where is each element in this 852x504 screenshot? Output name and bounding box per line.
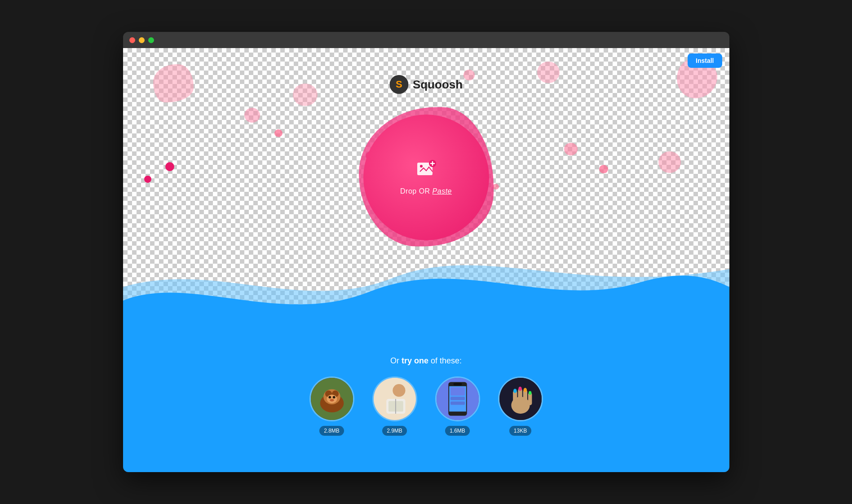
decorative-blob [153,64,194,102]
sample-image-hand [498,376,543,421]
decorative-blob [165,162,174,171]
svg-rect-27 [450,401,465,405]
svg-point-17 [393,384,405,397]
sample-images-list: 2.8MB [309,376,543,436]
minimize-button[interactable] [139,37,145,43]
phone-image [437,378,479,420]
sample-size-person: 2.9MB [382,426,407,436]
svg-rect-25 [450,387,465,395]
traffic-lights [129,37,154,43]
red-panda-image [311,378,353,420]
logo-icon: S [389,75,408,94]
app-content: Install S Squoosh [123,48,729,472]
svg-text:S: S [396,79,402,90]
sample-image-person [372,376,417,421]
sample-item-hand[interactable]: 13KB [498,376,543,436]
logo-text: Squoosh [413,78,463,92]
decorative-blob [564,143,578,155]
sample-image-red-panda [309,376,354,421]
decorative-blob [274,129,283,137]
decorative-blob [658,151,681,173]
try-text: Or try one of these: [390,356,462,366]
decorative-blob [144,176,151,183]
svg-point-3 [420,165,423,168]
decorative-blob [599,165,608,173]
svg-point-35 [518,386,522,390]
decorative-blob [293,84,318,106]
sample-item-phone[interactable]: 1.6MB [435,376,480,436]
svg-point-37 [528,391,531,394]
svg-rect-24 [453,383,462,385]
titlebar [123,32,729,48]
drop-zone-text: Drop OR Paste [400,187,452,195]
svg-point-13 [328,396,331,398]
svg-rect-31 [518,388,522,406]
sample-image-phone [435,376,480,421]
add-image-icon [416,160,436,182]
logo-area: S Squoosh [389,75,463,94]
drop-circle[interactable]: Drop OR Paste [363,115,489,240]
close-button[interactable] [129,37,135,43]
hand-image [499,378,542,420]
sample-size-hand: 13KB [509,426,531,436]
svg-rect-26 [450,397,465,400]
decorative-blob [537,62,560,83]
bottom-section: Or try one of these: [123,319,729,472]
svg-point-36 [523,388,527,392]
sample-size-phone: 1.6MB [445,426,470,436]
app-window: Install S Squoosh [123,32,729,472]
decorative-blob [244,108,260,123]
decorative-blob [493,184,499,190]
sample-item-red-panda[interactable]: 2.8MB [309,376,354,436]
sample-size-red-panda: 2.8MB [319,426,344,436]
svg-point-34 [513,389,517,393]
sample-item-person[interactable]: 2.9MB [372,376,417,436]
decorative-blob [464,70,475,80]
svg-point-15 [330,399,334,402]
svg-point-14 [332,396,335,398]
install-button[interactable]: Install [688,53,722,68]
person-image [374,378,416,420]
drop-area[interactable]: Install S Squoosh [123,48,729,319]
maximize-button[interactable] [148,37,154,43]
